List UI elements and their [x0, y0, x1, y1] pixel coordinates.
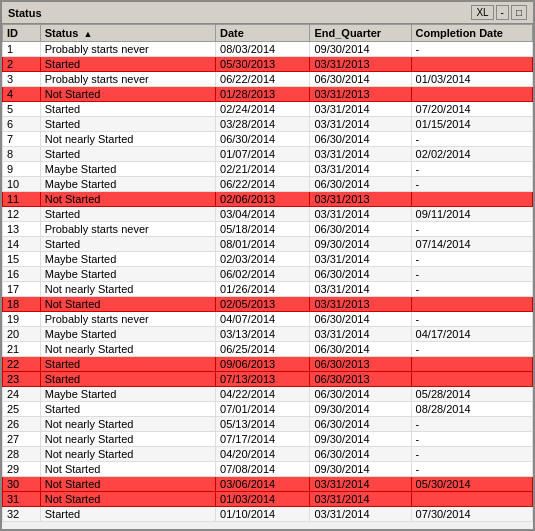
cell-status: Maybe Started [40, 327, 215, 342]
cell-id: 19 [3, 312, 41, 327]
table-row: 2Started05/30/201303/31/2013 [3, 57, 533, 72]
cell-date: 06/30/2014 [216, 132, 310, 147]
cell-completion-date: - [411, 132, 532, 147]
cell-id: 7 [3, 132, 41, 147]
cell-status: Not Started [40, 192, 215, 207]
cell-date: 03/13/2014 [216, 327, 310, 342]
cell-completion-date: 02/02/2014 [411, 147, 532, 162]
cell-id: 1 [3, 42, 41, 57]
cell-date: 02/21/2014 [216, 162, 310, 177]
cell-end-quarter: 06/30/2014 [310, 222, 411, 237]
cell-date: 02/06/2013 [216, 192, 310, 207]
cell-end-quarter: 09/30/2014 [310, 402, 411, 417]
cell-completion-date: 07/20/2014 [411, 102, 532, 117]
cell-end-quarter: 06/30/2014 [310, 387, 411, 402]
cell-end-quarter: 03/31/2014 [310, 282, 411, 297]
cell-status: Started [40, 402, 215, 417]
cell-completion-date [411, 357, 532, 372]
cell-id: 11 [3, 192, 41, 207]
cell-end-quarter: 03/31/2014 [310, 117, 411, 132]
cell-id: 30 [3, 477, 41, 492]
cell-date: 07/17/2014 [216, 432, 310, 447]
cell-status: Probably starts never [40, 42, 215, 57]
cell-end-quarter: 03/31/2014 [310, 102, 411, 117]
cell-completion-date: - [411, 312, 532, 327]
cell-date: 07/01/2014 [216, 402, 310, 417]
cell-end-quarter: 03/31/2014 [310, 252, 411, 267]
table-row: 21Not nearly Started06/25/201406/30/2014… [3, 342, 533, 357]
cell-status: Probably starts never [40, 222, 215, 237]
col-completion-date[interactable]: Completion Date [411, 25, 532, 42]
cell-status: Not nearly Started [40, 132, 215, 147]
cell-completion-date: - [411, 267, 532, 282]
cell-end-quarter: 09/30/2014 [310, 42, 411, 57]
cell-status: Not Started [40, 492, 215, 507]
cell-end-quarter: 06/30/2013 [310, 372, 411, 387]
cell-id: 26 [3, 417, 41, 432]
cell-date: 06/25/2014 [216, 342, 310, 357]
cell-id: 6 [3, 117, 41, 132]
col-date[interactable]: Date [216, 25, 310, 42]
cell-completion-date [411, 87, 532, 102]
table-row: 12Started03/04/201403/31/201409/11/2014 [3, 207, 533, 222]
cell-date: 01/26/2014 [216, 282, 310, 297]
cell-date: 06/22/2014 [216, 72, 310, 87]
cell-id: 18 [3, 297, 41, 312]
cell-date: 04/22/2014 [216, 387, 310, 402]
cell-completion-date: 01/03/2014 [411, 72, 532, 87]
cell-completion-date: - [411, 177, 532, 192]
cell-completion-date: - [411, 342, 532, 357]
cell-completion-date: - [411, 252, 532, 267]
cell-id: 25 [3, 402, 41, 417]
cell-status: Not Started [40, 477, 215, 492]
cell-id: 2 [3, 57, 41, 72]
cell-end-quarter: 06/30/2014 [310, 447, 411, 462]
cell-date: 01/03/2014 [216, 492, 310, 507]
cell-completion-date: - [411, 447, 532, 462]
table-body: 1Probably starts never08/03/201409/30/20… [3, 42, 533, 522]
table-row: 26Not nearly Started05/13/201406/30/2014… [3, 417, 533, 432]
table-row: 13Probably starts never05/18/201406/30/2… [3, 222, 533, 237]
cell-status: Not nearly Started [40, 342, 215, 357]
col-status[interactable]: Status ▲ [40, 25, 215, 42]
cell-completion-date: 05/30/2014 [411, 477, 532, 492]
table-row: 8Started01/07/201403/31/201402/02/2014 [3, 147, 533, 162]
xl-button[interactable]: XL [471, 5, 493, 20]
table-row: 14Started08/01/201409/30/201407/14/2014 [3, 237, 533, 252]
cell-status: Maybe Started [40, 252, 215, 267]
table-row: 4Not Started01/28/201303/31/2013 [3, 87, 533, 102]
col-id[interactable]: ID [3, 25, 41, 42]
cell-end-quarter: 09/30/2014 [310, 432, 411, 447]
cell-end-quarter: 06/30/2014 [310, 132, 411, 147]
cell-completion-date: 05/28/2014 [411, 387, 532, 402]
table-row: 5Started02/24/201403/31/201407/20/2014 [3, 102, 533, 117]
table-header: ID Status ▲ Date End_Quarter Completion … [3, 25, 533, 42]
table-row: 9Maybe Started02/21/201403/31/2014- [3, 162, 533, 177]
cell-end-quarter: 06/30/2013 [310, 357, 411, 372]
cell-end-quarter: 03/31/2013 [310, 87, 411, 102]
table-row: 24Maybe Started04/22/201406/30/201405/28… [3, 387, 533, 402]
cell-completion-date: - [411, 222, 532, 237]
cell-id: 31 [3, 492, 41, 507]
cell-completion-date [411, 57, 532, 72]
maximize-button[interactable]: □ [511, 5, 527, 20]
col-end-quarter[interactable]: End_Quarter [310, 25, 411, 42]
cell-date: 08/01/2014 [216, 237, 310, 252]
cell-id: 9 [3, 162, 41, 177]
table-row: 3Probably starts never06/22/201406/30/20… [3, 72, 533, 87]
cell-completion-date: 07/14/2014 [411, 237, 532, 252]
cell-id: 22 [3, 357, 41, 372]
table-row: 31Not Started01/03/201403/31/2014 [3, 492, 533, 507]
cell-status: Started [40, 57, 215, 72]
cell-date: 09/06/2013 [216, 357, 310, 372]
cell-status: Started [40, 237, 215, 252]
table-row: 6Started03/28/201403/31/201401/15/2014 [3, 117, 533, 132]
table-row: 18Not Started02/05/201303/31/2013 [3, 297, 533, 312]
cell-status: Started [40, 117, 215, 132]
minimize-button[interactable]: - [496, 5, 509, 20]
cell-status: Started [40, 357, 215, 372]
title-bar: Status XL - □ [2, 2, 533, 24]
cell-date: 04/07/2014 [216, 312, 310, 327]
table-row: 17Not nearly Started01/26/201403/31/2014… [3, 282, 533, 297]
table-row: 29Not Started07/08/201409/30/2014- [3, 462, 533, 477]
